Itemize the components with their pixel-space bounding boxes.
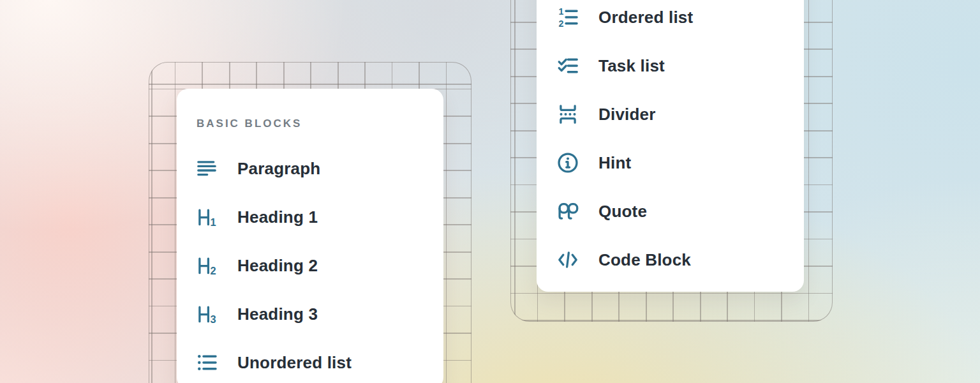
ordered-list-icon: 1 2 (556, 6, 579, 29)
quote-icon (556, 200, 579, 223)
gradient-background (0, 0, 980, 383)
menu-item-unordered-list[interactable]: Unordered list (177, 338, 443, 383)
svg-text:2: 2 (559, 19, 564, 29)
menu-item-ordered-list[interactable]: 1 2 Ordered list (537, 0, 804, 41)
menu-item-label: Code Block (598, 250, 691, 270)
menu-item-label: Heading 2 (237, 256, 318, 276)
menu-item-code-block[interactable]: Code Block (537, 236, 804, 284)
hint-icon (556, 151, 579, 174)
menu-item-label: Unordered list (237, 353, 352, 373)
heading-1-icon: 1 (195, 206, 218, 229)
blocks-menu-card: 1 2 Ordered list Task list Divider (537, 0, 804, 292)
heading-2-icon: 2 (195, 254, 218, 277)
menu-item-label: Heading 3 (237, 304, 318, 324)
menu-item-paragraph[interactable]: Paragraph (177, 144, 443, 193)
svg-text:1: 1 (559, 6, 564, 17)
divider-icon (556, 103, 579, 126)
svg-text:2: 2 (210, 265, 216, 276)
menu-item-label: Paragraph (237, 159, 320, 179)
unordered-list-icon (195, 351, 218, 374)
svg-text:1: 1 (210, 216, 216, 228)
menu-item-heading-3[interactable]: 3 Heading 3 (177, 290, 443, 338)
menu-item-divider[interactable]: Divider (537, 90, 804, 139)
svg-text:3: 3 (210, 313, 216, 325)
menu-item-heading-2[interactable]: 2 Heading 2 (177, 241, 443, 290)
menu-item-label: Quote (598, 202, 647, 222)
menu-item-hint[interactable]: Hint (537, 139, 804, 187)
menu-item-label: Task list (598, 56, 665, 76)
menu-item-task-list[interactable]: Task list (537, 41, 804, 90)
heading-3-icon: 3 (195, 303, 218, 326)
menu-item-label: Ordered list (598, 8, 693, 27)
menu-item-heading-1[interactable]: 1 Heading 1 (177, 193, 443, 241)
menu-item-label: Hint (598, 153, 631, 173)
code-block-icon (556, 248, 579, 271)
section-label: BASIC BLOCKS (197, 117, 302, 130)
task-list-icon (556, 54, 579, 77)
menu-item-label: Heading 1 (237, 207, 318, 227)
menu-item-label: Divider (598, 105, 656, 124)
basic-blocks-menu-card: BASIC BLOCKS Paragraph 1 Heading 1 2 Hea… (177, 89, 443, 383)
menu-item-quote[interactable]: Quote (537, 187, 804, 236)
paragraph-icon (195, 157, 218, 180)
